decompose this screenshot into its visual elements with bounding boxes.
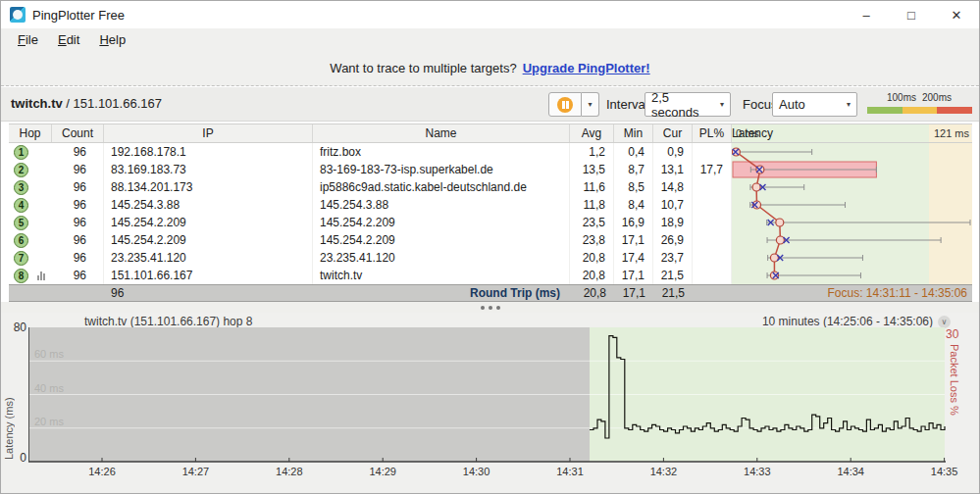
trace-table: Hop Count IP Name Avg Min Cur PL% 0 ms L… [9, 124, 972, 284]
hop-number-badge: 5 [14, 216, 28, 230]
avg-cell: 20,8 [570, 267, 614, 284]
gridline-label: 20 ms [34, 416, 64, 427]
round-trip-label: Round Trip (ms) [313, 285, 570, 301]
avg-cell: 23,8 [570, 231, 614, 249]
name-cell: ip5886c9ad.static.kabel-deutschland.de [313, 178, 570, 196]
hop-cell: 3 [9, 178, 52, 196]
latency-axis-max: 80 [9, 321, 26, 334]
legend-200ms: 200ms [922, 92, 952, 103]
col-header-hop[interactable]: Hop [9, 124, 52, 142]
hop-number-badge: 1 [14, 145, 28, 160]
maximize-button[interactable]: □ [889, 1, 934, 28]
min-cell: 8,4 [614, 196, 653, 214]
name-cell: 145.254.2.209 [313, 231, 570, 249]
x-tick-label: 14:27 [182, 466, 210, 477]
x-tick-label: 14:34 [837, 466, 864, 477]
cur-cell: 21,5 [653, 267, 693, 284]
hop-number-badge: 2 [14, 163, 28, 177]
min-cell: 8,5 [614, 178, 653, 196]
chevron-down-icon: ▾ [720, 100, 724, 109]
pause-dropdown-button[interactable]: ▾ [582, 92, 599, 117]
ip-cell: 145.254.3.88 [104, 196, 313, 214]
latency-axis-label: Latency (ms) [3, 352, 15, 460]
timeline-period-selector[interactable]: 10 minutes (14:25:06 - 14:35:06) [609, 315, 933, 328]
pl-cell [693, 178, 732, 196]
target-separator: / [63, 96, 74, 111]
pl-cell [693, 143, 732, 161]
upgrade-link[interactable]: Upgrade PingPlotter! [523, 61, 650, 75]
count-cell: 96 [52, 249, 104, 267]
round-trip-avg: 20,8 [570, 285, 614, 301]
x-tick-label: 14:33 [744, 466, 771, 477]
menu-help[interactable]: Help [91, 30, 133, 49]
pl-cell [693, 249, 732, 267]
hop-cell: 1 [9, 143, 52, 161]
chevron-down-icon: ▾ [588, 100, 592, 109]
x-tick-label: 14:30 [463, 466, 490, 477]
avg-point [776, 236, 784, 244]
name-cell: twitch.tv [313, 267, 570, 284]
cur-cell: 10,7 [653, 196, 693, 214]
close-button[interactable]: ✕ [934, 1, 979, 28]
table-header-row: Hop Count IP Name Avg Min Cur PL% 0 ms L… [9, 124, 972, 143]
x-tick-label: 14:28 [276, 466, 303, 477]
title-bar: PingPlotter Free – □ ✕ [1, 1, 979, 28]
col-header-count[interactable]: Count [52, 124, 104, 142]
hop-cell: 4 [9, 196, 52, 214]
target-host: twitch.tv [11, 96, 63, 111]
ip-cell: 88.134.201.173 [104, 178, 313, 196]
x-tick-label: 14:31 [556, 466, 584, 477]
col-header-pl[interactable]: PL% [693, 124, 732, 142]
interval-value: 2,5 seconds [651, 90, 720, 120]
chevron-down-icon: ▾ [847, 100, 851, 109]
count-cell: 96 [52, 231, 104, 249]
hop-number-badge: 6 [14, 233, 28, 248]
min-cell: 16,9 [614, 214, 653, 231]
target-ip: 151.101.66.167 [74, 96, 162, 111]
timeline-chart[interactable]: 60 ms40 ms20 ms14:2614:2714:2814:2914:30… [28, 327, 946, 494]
round-trip-row[interactable]: Round Trip (ms) 20,8 17,1 21,5 Focus: 14… [9, 284, 972, 302]
cur-cell: 18,9 [653, 214, 693, 231]
gridline-label: 40 ms [34, 382, 64, 394]
col-header-min[interactable]: Min [614, 124, 653, 142]
packet-loss-axis-max: 30 [946, 327, 958, 341]
pause-button[interactable] [548, 92, 582, 117]
hop-cell: 6 [9, 231, 52, 249]
count-cell: 96 [52, 267, 104, 284]
avg-cell: 11,6 [570, 178, 614, 196]
hop-number-badge: 7 [14, 251, 28, 266]
timeline-title: twitch.tv (151.101.66.167) hop 8 [84, 315, 252, 328]
focus-value: Auto [779, 97, 805, 112]
hop-latency-chart[interactable] [732, 143, 972, 284]
cur-cell: 13,1 [653, 161, 693, 178]
col-header-avg[interactable]: Avg [570, 124, 614, 142]
pl-cell [693, 214, 732, 231]
pl-cell [693, 196, 732, 214]
focus-select[interactable]: Auto ▾ [772, 92, 857, 117]
avg-point [776, 219, 784, 226]
count-cell: 96 [52, 161, 104, 178]
cur-cell: 14,8 [653, 178, 693, 196]
hop-number-badge: 4 [14, 198, 28, 213]
pl-cell: 17,7 [693, 161, 732, 178]
min-cell: 17,1 [614, 231, 653, 249]
col-header-latency[interactable]: 0 ms Latency 121 ms [732, 124, 972, 142]
avg-point [770, 272, 778, 279]
col-header-cur[interactable]: Cur [653, 124, 693, 142]
interval-select[interactable]: 2,5 seconds ▾ [645, 92, 731, 117]
legend-gradient-bar [867, 107, 972, 114]
minimize-button[interactable]: – [844, 1, 889, 28]
pane-splitter[interactable] [1, 302, 979, 313]
avg-cell: 20,8 [570, 249, 614, 267]
hop-number-badge: 3 [14, 180, 28, 195]
menu-edit[interactable]: Edit [50, 30, 87, 49]
ip-cell: 23.235.41.120 [104, 249, 313, 267]
pl-cell [693, 231, 732, 249]
min-cell: 17,4 [614, 249, 653, 267]
col-header-ip[interactable]: IP [104, 124, 313, 142]
menu-file[interactable]: File [10, 30, 46, 49]
round-trip-cur: 21,5 [653, 285, 693, 301]
menu-bar: FileEditHelp [1, 28, 979, 50]
hop-cell: 7 [9, 249, 52, 267]
col-header-name[interactable]: Name [313, 124, 570, 142]
